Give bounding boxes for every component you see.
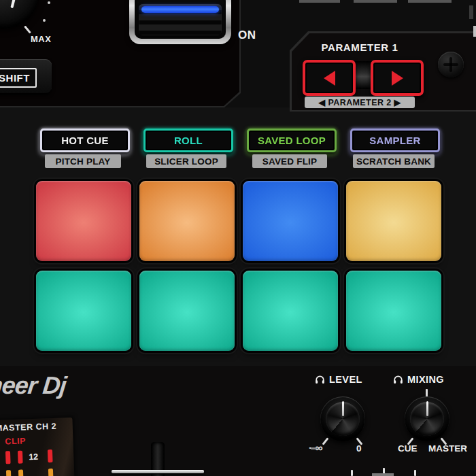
scale-dot: [48, 1, 50, 4]
knob-pointer-line: [342, 401, 344, 416]
headphone-level-knob[interactable]: [320, 396, 365, 441]
level-label: LEVEL: [329, 374, 362, 385]
clip-label: CLIP: [5, 436, 26, 446]
screw-icon: [438, 52, 464, 78]
performance-pad-6[interactable]: [139, 271, 235, 351]
level-meter-panel: MASTER CH 2 CLIP 12: [0, 418, 75, 476]
saved-loop-mode-button[interactable]: SAVED LOOP: [247, 129, 337, 152]
scale-dot: [43, 19, 46, 22]
level-max-label: 0: [356, 443, 362, 454]
meter-header: MASTER CH 2: [0, 422, 56, 433]
parameter-right-button[interactable]: [371, 60, 424, 96]
led-segment-red: [5, 451, 11, 464]
pioneer-dj-logo: neer Dj: [0, 371, 67, 400]
headphone-level-header: LEVEL: [314, 374, 362, 385]
knob-pointer-line: [10, 0, 15, 8]
mixing-label: MIXING: [407, 374, 444, 385]
performance-pad-3[interactable]: [243, 181, 338, 261]
bottom-tick: [414, 470, 416, 476]
scale-dash: [311, 447, 318, 449]
hot-cue-mode-button[interactable]: HOT CUE: [40, 129, 130, 152]
parameter-left-button[interactable]: [303, 60, 356, 96]
bottom-tick: [351, 470, 353, 476]
knob-pointer-line: [426, 401, 428, 416]
cutoff-element-strip: [354, 0, 397, 3]
led-segment-amber: [6, 470, 12, 476]
performance-pad-5[interactable]: [36, 271, 131, 351]
cutoff-edge-strip: [469, 5, 473, 19]
switch-track: [135, 0, 226, 39]
led-segment-amber: [48, 469, 54, 476]
dj-mixer-panel: MAX ON SHIFT PARAMETER 1 ◀ PARAMETER 2 ▶…: [0, 0, 476, 476]
performance-pad-8[interactable]: [346, 271, 441, 351]
performance-pad-2[interactable]: [139, 181, 235, 261]
led-segment-red: [48, 449, 53, 462]
pitch-play-label: PITCH PLAY: [45, 154, 121, 168]
cutoff-element-strip: [299, 0, 340, 3]
performance-pad-4[interactable]: [346, 181, 441, 261]
headphones-icon: [314, 374, 326, 385]
led-segment-amber: [18, 470, 24, 476]
parameter2-label: ◀ PARAMETER 2 ▶: [305, 97, 415, 108]
performance-pad-7[interactable]: [243, 271, 338, 351]
channel-fader-handle[interactable]: [112, 470, 204, 473]
led-segment-red: [18, 451, 23, 464]
right-triangle-icon: [392, 71, 403, 86]
knob-max-label: MAX: [31, 34, 51, 44]
scratch-bank-label: SCRATCH BANK: [353, 154, 435, 168]
channel-on-switch[interactable]: [129, 0, 231, 44]
on-label: ON: [238, 29, 256, 42]
headphones-icon: [392, 374, 404, 385]
headphone-mixing-knob[interactable]: [405, 396, 449, 441]
performance-pad-1[interactable]: [36, 181, 131, 261]
switch-blue-indicator: [141, 6, 219, 13]
parameter1-label: PARAMETER 1: [292, 41, 428, 53]
meter-scale-value: 12: [29, 452, 38, 462]
cutoff-edge-strip: [473, 26, 476, 37]
headphone-mixing-header: MIXING: [392, 374, 444, 385]
left-triangle-icon: [324, 71, 335, 86]
mixing-cue-label: CUE: [398, 443, 418, 454]
slicer-loop-label: SLICER LOOP: [146, 154, 226, 168]
saved-flip-label: SAVED FLIP: [252, 154, 327, 168]
mixing-master-label: MASTER: [428, 443, 467, 454]
roll-mode-button[interactable]: ROLL: [143, 129, 233, 152]
bottom-center-mark: [372, 473, 394, 476]
shift-label[interactable]: SHIFT: [0, 68, 37, 88]
sampler-mode-button[interactable]: SAMPLER: [350, 129, 440, 152]
cutoff-element-strip: [408, 0, 452, 3]
